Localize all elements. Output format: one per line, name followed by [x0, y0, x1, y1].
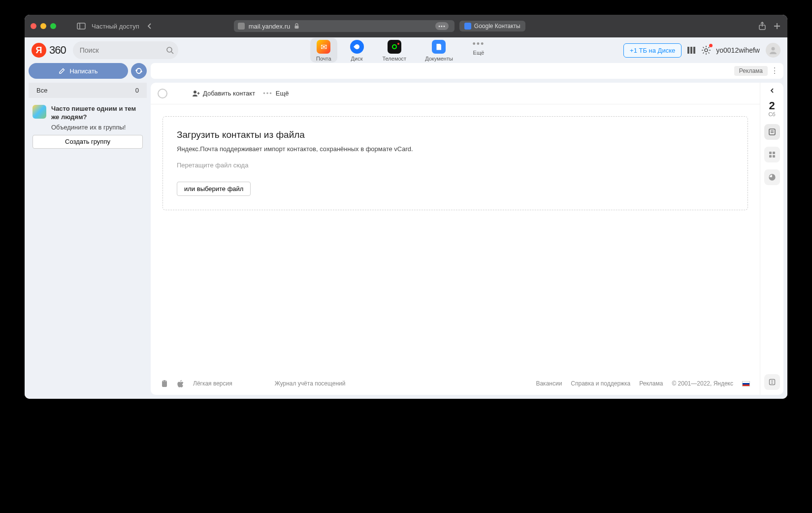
url-bar[interactable]: mail.yandex.ru ••• — [234, 20, 455, 32]
import-contacts-dropzone[interactable]: Загрузить контакты из файла Яндекс.Почта… — [162, 116, 748, 210]
svg-rect-20 — [773, 155, 775, 158]
content-main: Добавить контакт ••• Ещё Загрузить конта… — [151, 83, 760, 395]
drop-subtitle: Яндекс.Почта поддерживает импорт контакт… — [177, 145, 734, 153]
rightbar-stats-icon[interactable] — [764, 169, 780, 185]
nav-more[interactable]: ••• Ещё — [466, 38, 491, 63]
search-icon[interactable] — [166, 46, 174, 54]
footer-visit-log[interactable]: Журнал учёта посещений — [275, 380, 346, 387]
add-contact-label: Добавить контакт — [203, 90, 255, 97]
svg-point-11 — [194, 91, 196, 94]
google-contacts-icon — [464, 23, 471, 30]
select-all-checkbox[interactable] — [158, 89, 167, 98]
sidebar-toggle-icon[interactable] — [77, 22, 86, 31]
yandex-mail-app: Я 360 ✉ Почта Диск — [25, 37, 787, 399]
nav-telemost[interactable]: Телемост — [377, 38, 413, 63]
calendar-date[interactable]: 2 Сб — [768, 100, 775, 117]
back-icon[interactable] — [145, 22, 154, 31]
android-icon[interactable] — [161, 379, 168, 388]
tab-google-contacts[interactable]: Google Контакты — [459, 21, 525, 32]
nav-telemost-label: Телемост — [383, 56, 407, 62]
create-group-button[interactable]: Создать группу — [32, 135, 143, 149]
calendar-dow: Сб — [768, 111, 775, 117]
compose-icon — [59, 67, 65, 74]
lock-icon — [294, 23, 299, 29]
footer-ads[interactable]: Реклама — [639, 380, 663, 387]
nav-docs-label: Документы — [425, 56, 453, 62]
folder-count: 0 — [135, 87, 139, 94]
maximize-window[interactable] — [50, 23, 56, 29]
topbar-right: +1 ТБ на Диске yo0012wihefw — [623, 43, 780, 58]
svg-line-5 — [171, 52, 173, 54]
browser-window: Частный доступ mail.yandex.ru ••• Google… — [25, 15, 787, 399]
settings-icon[interactable] — [701, 45, 711, 55]
layout-icon[interactable] — [686, 45, 696, 55]
logo-360-text: 360 — [49, 44, 66, 57]
more-icon: ••• — [472, 40, 486, 48]
nav-disk[interactable]: Диск — [344, 38, 370, 63]
ad-label[interactable]: Реклама — [734, 66, 768, 76]
choose-file-button[interactable]: или выберите файл — [177, 182, 251, 196]
username[interactable]: yo0012wihefw — [716, 46, 760, 54]
footer-help[interactable]: Справка и поддержка — [571, 380, 630, 387]
settings-notification-dot — [709, 44, 713, 47]
svg-rect-22 — [769, 380, 775, 385]
toolbar-more-button[interactable]: ••• Ещё — [263, 90, 289, 97]
rightbar-notes-icon[interactable] — [764, 124, 780, 140]
site-favicon — [238, 23, 245, 30]
footer-light-version[interactable]: Лёгкая версия — [193, 380, 232, 387]
folder-all[interactable]: Все 0 — [29, 83, 147, 98]
contacts-toolbar: Добавить контакт ••• Ещё — [151, 83, 760, 104]
groups-promo-card: Часто пишете одним и тем же людям? Объед… — [29, 102, 147, 152]
svg-rect-2 — [295, 26, 299, 29]
footer-vacancies[interactable]: Вакансии — [536, 380, 562, 387]
collapse-rightbar-icon[interactable] — [770, 88, 775, 94]
nav-docs[interactable]: Документы — [419, 38, 459, 63]
tab-label: Google Контакты — [474, 23, 520, 30]
minimize-window[interactable] — [40, 23, 46, 29]
ru-flag-icon[interactable] — [742, 381, 750, 386]
yandex-360-logo[interactable]: Я 360 — [32, 43, 66, 58]
docs-icon — [432, 40, 446, 54]
nav-mail[interactable]: ✉ Почта — [310, 38, 337, 63]
nav-disk-label: Диск — [351, 56, 363, 62]
compose-label: Написать — [69, 67, 97, 75]
search-input[interactable] — [80, 46, 166, 54]
drop-title: Загрузить контакты из файла — [177, 129, 734, 140]
svg-rect-17 — [769, 152, 772, 154]
reader-icon[interactable]: ••• — [435, 22, 449, 30]
compose-button[interactable]: Написать — [29, 63, 128, 79]
svg-point-10 — [771, 47, 775, 51]
rightbar-apps-icon[interactable] — [764, 147, 780, 162]
toolbar-more-label: Ещё — [276, 90, 289, 97]
share-icon[interactable] — [758, 22, 767, 31]
svg-point-13 — [165, 381, 166, 382]
app-topbar: Я 360 ✉ Почта Диск — [25, 37, 787, 63]
refresh-icon — [135, 67, 143, 75]
add-contact-icon — [192, 90, 200, 97]
footer-copyright: © 2001—2022, Яндекс — [672, 380, 733, 387]
mail-icon: ✉ — [317, 40, 330, 54]
nav-more-label: Ещё — [473, 50, 485, 56]
private-mode-label: Частный доступ — [92, 23, 139, 30]
svg-point-12 — [163, 381, 164, 382]
refresh-button[interactable] — [131, 63, 147, 79]
disk-upgrade-button[interactable]: +1 ТБ на Диске — [623, 43, 682, 58]
svg-rect-18 — [773, 152, 775, 154]
ad-bar: Реклама ⋮ — [151, 63, 783, 79]
new-tab-icon[interactable] — [773, 22, 781, 31]
footer: Лёгкая версия Журнал учёта посещений Вак… — [151, 372, 760, 395]
avatar[interactable] — [766, 43, 780, 58]
ad-menu-icon[interactable]: ⋮ — [771, 67, 779, 75]
app-switcher: ✉ Почта Диск Телемост Документы ••• — [310, 38, 491, 63]
groups-promo-title: Часто пишете одним и тем же людям? — [51, 105, 143, 122]
calendar-day: 2 — [768, 100, 775, 111]
search-box[interactable] — [73, 41, 178, 59]
nav-mail-label: Почта — [316, 56, 331, 62]
close-window[interactable] — [31, 23, 36, 29]
browser-bar: Частный доступ mail.yandex.ru ••• Google… — [25, 15, 787, 37]
right-sidebar: 2 Сб — [760, 83, 783, 395]
apple-icon[interactable] — [177, 380, 184, 388]
rightbar-templates-icon[interactable] — [764, 374, 780, 390]
sidebar: Написать Все 0 Часто пишете одним и тем … — [29, 63, 147, 395]
add-contact-button[interactable]: Добавить контакт — [192, 90, 255, 97]
